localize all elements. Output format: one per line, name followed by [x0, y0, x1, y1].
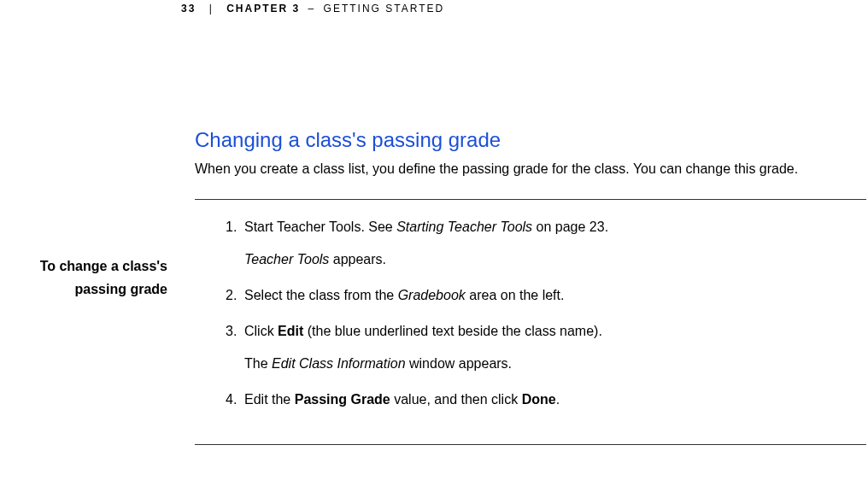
text-run: Starting Teacher Tools — [396, 220, 532, 234]
text-run: . — [556, 392, 560, 407]
text-run: Gradebook — [398, 288, 466, 302]
step-body: Select the class from the Gradebook area… — [244, 288, 564, 302]
text-run: Done — [522, 392, 556, 407]
text-run: Teacher Tools — [244, 252, 329, 266]
step-item: 1.Start Teacher Tools. See Starting Teac… — [226, 217, 608, 270]
step-sub: Teacher Tools appears. — [244, 249, 608, 270]
side-label-line1: To change a class's — [0, 255, 167, 278]
page-number: 33 — [181, 3, 196, 15]
step-item: 4.Edit the Passing Grade value, and then… — [226, 389, 608, 410]
steps-list: 1.Start Teacher Tools. See Starting Teac… — [226, 217, 608, 425]
text-run: Passing Grade — [295, 392, 390, 407]
side-label-line2: passing grade — [0, 278, 167, 301]
text-run: on page 23. — [532, 220, 608, 234]
text-run: Edit the — [244, 392, 295, 407]
step-line: 1.Start Teacher Tools. See Starting Teac… — [226, 217, 608, 237]
procedure-side-label: To change a class's passing grade — [0, 255, 167, 301]
text-run: Edit — [278, 324, 303, 338]
text-run: window appears. — [406, 356, 513, 371]
divider-top — [195, 199, 866, 200]
section-intro: When you create a class list, you define… — [195, 157, 866, 180]
step-number: 1. — [226, 217, 244, 237]
page-header: 33 | CHAPTER 3 – GETTING STARTED — [181, 3, 444, 15]
step-line: 4.Edit the Passing Grade value, and then… — [226, 389, 608, 410]
step-body: Click Edit (the blue underlined text bes… — [244, 324, 602, 338]
chapter-title: GETTING STARTED — [324, 3, 445, 15]
text-run: Select the class from the — [244, 288, 398, 302]
text-run: (the blue underlined text beside the cla… — [303, 324, 602, 338]
step-sub: The Edit Class Information window appear… — [244, 354, 608, 374]
step-number: 3. — [226, 321, 244, 342]
chapter-label: CHAPTER 3 — [226, 3, 300, 15]
text-run: area on the left. — [466, 288, 565, 302]
text-run: Click — [244, 324, 278, 338]
step-number: 2. — [226, 285, 244, 306]
step-body: Start Teacher Tools. See Starting Teache… — [244, 220, 608, 234]
text-run: Edit Class Information — [272, 356, 406, 371]
step-line: 2.Select the class from the Gradebook ar… — [226, 285, 608, 306]
text-run: value, and then click — [390, 392, 522, 407]
text-run: The — [244, 356, 272, 371]
step-body: Edit the Passing Grade value, and then c… — [244, 392, 560, 407]
procedure-block: 1.Start Teacher Tools. See Starting Teac… — [195, 217, 866, 425]
step-item: 2.Select the class from the Gradebook ar… — [226, 285, 608, 306]
section-heading: Changing a class's passing grade — [195, 128, 866, 152]
text-run: appears. — [329, 252, 386, 266]
chapter-dash: – — [308, 3, 316, 15]
step-number: 4. — [226, 389, 244, 410]
step-line: 3.Click Edit (the blue underlined text b… — [226, 321, 608, 342]
text-run: Start Teacher Tools. See — [244, 220, 396, 234]
divider-bottom — [195, 444, 866, 445]
content-area: Changing a class's passing grade When yo… — [195, 128, 866, 445]
header-separator: | — [209, 3, 214, 15]
step-item: 3.Click Edit (the blue underlined text b… — [226, 321, 608, 374]
